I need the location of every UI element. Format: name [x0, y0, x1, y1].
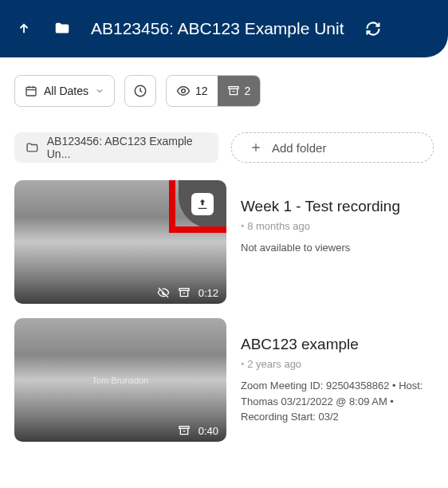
add-folder-button[interactable]: Add folder — [231, 132, 434, 163]
thumbnail-footer: 0:40 — [178, 424, 218, 437]
date-filter-label: All Dates — [44, 85, 88, 97]
recording-status: Not available to viewers — [241, 240, 434, 256]
recording-age: 8 months ago — [241, 220, 434, 232]
thumbnail-footer: 0:12 — [157, 286, 218, 299]
plus-icon — [250, 141, 262, 154]
breadcrumb[interactable]: AB123456: ABC123 Example Un... — [14, 132, 218, 163]
recording-meta: Week 1 - Test recording 8 months ago Not… — [241, 180, 434, 304]
folder-icon — [53, 19, 72, 38]
refresh-icon[interactable] — [364, 19, 383, 38]
recording-thumbnail[interactable]: Tom Brunsdon 0:40 — [14, 318, 226, 442]
history-button[interactable] — [124, 75, 156, 107]
recording-meta: ABC123 example 2 years ago Zoom Meeting … — [241, 318, 434, 442]
chevron-down-icon — [95, 86, 104, 96]
views-count: 12 — [195, 85, 208, 97]
clock-icon — [133, 84, 147, 98]
recording-title[interactable]: Week 1 - Test recording — [241, 198, 434, 215]
duration-label: 0:12 — [198, 287, 218, 299]
recording-item[interactable]: 0:12 Week 1 - Test recording 8 months ag… — [0, 171, 448, 309]
page-header: AB123456: ABC123 Example Unit — [0, 0, 448, 57]
eye-icon — [176, 84, 191, 98]
duration-label: 0:40 — [198, 425, 218, 437]
svg-rect-0 — [26, 87, 36, 96]
archive-icon — [227, 85, 240, 97]
recording-title[interactable]: ABC123 example — [241, 336, 434, 353]
view-count-items[interactable]: 2 — [218, 76, 261, 106]
up-arrow-icon[interactable] — [14, 19, 33, 38]
svg-rect-5 — [179, 427, 189, 429]
archive-icon — [178, 286, 191, 299]
add-folder-label: Add folder — [272, 141, 326, 155]
recording-status: Zoom Meeting ID: 92504358862 • Host: Tho… — [241, 378, 434, 425]
thumbnail-watermark: Tom Brunsdon — [14, 376, 226, 385]
breadcrumb-label: AB123456: ABC123 Example Un... — [47, 135, 207, 160]
recording-item[interactable]: Tom Brunsdon 0:40 ABC123 example 2 years… — [0, 309, 448, 447]
svg-point-2 — [182, 89, 186, 93]
view-counts: 12 2 — [166, 75, 261, 107]
header-title: AB123456: ABC123 Example Unit — [91, 19, 344, 38]
view-count-views[interactable]: 12 — [167, 76, 218, 106]
date-filter-button[interactable]: All Dates — [14, 75, 115, 107]
folder-open-icon — [26, 140, 39, 155]
items-count: 2 — [245, 85, 251, 97]
annotation-highlight — [169, 180, 226, 233]
svg-rect-3 — [229, 87, 238, 89]
breadcrumb-row: AB123456: ABC123 Example Un... Add folde… — [0, 121, 448, 171]
recording-age: 2 years ago — [241, 358, 434, 370]
toolbar: All Dates 12 2 — [0, 57, 448, 121]
svg-rect-4 — [179, 289, 189, 291]
recording-thumbnail[interactable]: 0:12 — [14, 180, 226, 304]
eye-off-icon — [157, 286, 170, 299]
archive-icon — [178, 424, 191, 437]
